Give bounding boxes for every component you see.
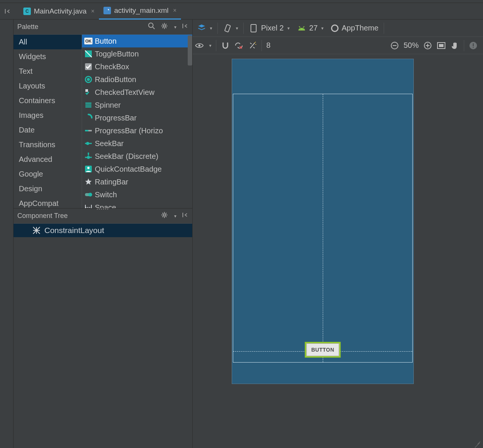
palette-category-google[interactable]: Google [14,167,82,181]
palette-category-appcompat[interactable]: AppCompat [14,196,82,208]
palette-category-text[interactable]: Text [14,64,82,79]
widget-label: Spinner [95,99,121,111]
scrollbar-thumb[interactable] [188,35,192,66]
widget-label: ProgressBar [95,112,137,123]
palette-widget-ratingbar[interactable]: RatingBar [82,175,192,188]
tab-label: MainActivity.java [34,7,87,15]
viewport-bounds: BUTTON [233,94,413,363]
android-icon [297,24,306,33]
zoom-fit-icon[interactable] [437,41,446,50]
palette-widget-togglebutton[interactable]: ToggleButton [82,47,192,60]
palette-widget-switch[interactable]: Switch [82,188,192,201]
tool-window-gutter [0,20,14,448]
palette-widget-spinner[interactable]: Spinner [82,99,192,111]
api-selector[interactable]: 27 ▾ [295,24,326,33]
tab-activity-main-xml[interactable]: activity_main.xml × [99,3,181,20]
palette-category-layouts[interactable]: Layouts [14,79,82,93]
widget-label: QuickContactBadge [95,163,162,175]
magnet-icon[interactable] [221,41,230,50]
collapse-right-icon[interactable] [182,212,188,220]
infer-constraints-icon[interactable] [248,41,257,50]
api-label: 27 [309,24,317,32]
palette-category-advanced[interactable]: Advanced [14,152,82,167]
palette-widget-checkedtextview[interactable]: CheckedTextView [82,86,192,99]
svg-point-9 [87,156,90,159]
svg-point-1 [163,25,166,27]
gear-icon[interactable] [161,22,168,32]
palette-widget-seekbar-discrete-[interactable]: SeekBar (Discrete) [82,150,192,163]
palette-category-date[interactable]: Date [14,123,82,137]
seekbar-d-icon [84,152,93,160]
close-icon[interactable]: × [173,7,176,14]
svg-rect-29 [473,43,474,46]
widget-label: Switch [95,189,117,200]
zoom-out-icon[interactable] [390,41,399,50]
palette-widget-radiobutton[interactable]: RadioButton [82,73,192,86]
svg-point-19 [303,29,304,29]
chevron-down-icon[interactable]: ▾ [209,43,211,48]
design-toolbar-top: ▾ ▾ Pixel 2 ▾ 27 [193,20,483,37]
palette-widget-quickcontactbadge[interactable]: QuickContactBadge [82,163,192,175]
collapse-left-icon[interactable] [2,6,13,17]
gear-dropdown-icon[interactable]: ▾ [174,24,176,30]
tab-main-activity[interactable]: C MainActivity.java × [19,3,99,20]
warnings-icon[interactable] [469,41,478,50]
palette-category-all[interactable]: All [14,35,82,49]
design-surface-icon[interactable] [197,24,206,33]
clear-constraints-icon[interactable] [234,41,243,50]
palette-category-widgets[interactable]: Widgets [14,49,82,64]
palette-widget-progressbar[interactable]: ProgressBar [82,111,192,124]
widget-label: RatingBar [95,176,128,187]
widget-label: SeekBar (Discrete) [95,151,158,162]
view-options-icon[interactable] [195,41,204,50]
palette-category-transitions[interactable]: Transitions [14,137,82,152]
chevron-down-icon[interactable]: ▾ [236,26,238,31]
theme-icon [331,24,339,32]
widget-label: CheckedTextView [95,87,155,98]
svg-point-21 [254,43,255,43]
collapse-right-icon[interactable] [182,23,188,31]
resize-corner-icon[interactable] [473,438,481,446]
palette-widget-button[interactable]: OKButton [82,35,192,47]
chevron-down-icon[interactable]: ▾ [210,26,212,31]
phone-icon [249,24,258,33]
widget-label: Button [95,35,117,47]
widget-button-preview[interactable]: BUTTON [305,342,340,358]
widget-label: SeekBar [95,138,124,149]
svg-point-0 [149,23,153,27]
palette-category-containers[interactable]: Containers [14,93,82,108]
space-icon [84,203,93,208]
palette-category-images[interactable]: Images [14,108,82,123]
zoom-in-icon[interactable] [423,41,432,50]
tree-item-constraintlayout[interactable]: ConstraintLayout [14,224,192,237]
gear-dropdown-icon[interactable]: ▾ [174,213,176,219]
default-margin-value[interactable]: 8 [266,41,270,50]
design-toolbar-bottom: ▾ 8 50% [193,37,483,54]
close-icon[interactable]: × [91,8,94,15]
theme-selector[interactable]: AppTheme [329,24,381,32]
editor-tabs: C MainActivity.java × activity_main.xml … [0,3,483,20]
palette-widget-progressbar-horizo[interactable]: ProgressBar (Horizo [82,124,192,137]
zoom-level[interactable]: 50% [404,41,419,50]
checkedtext-icon [84,88,93,96]
svg-rect-16 [225,24,231,32]
palette-body: AllWidgetsTextLayoutsContainersImagesDat… [14,35,192,209]
palette-category-design[interactable]: Design [14,181,82,196]
resize-grip-icon[interactable]: •••••• [97,207,109,211]
xml-file-icon [103,7,111,14]
device-label: Pixel 2 [261,24,284,32]
svg-point-8 [86,142,89,145]
device-frame: BUTTON [232,59,414,384]
palette-widget-checkbox[interactable]: CheckBox [82,60,192,73]
toggle-icon [84,50,93,58]
design-canvas[interactable]: BUTTON [193,54,483,448]
pan-icon[interactable] [450,41,459,50]
palette-widget-seekbar[interactable]: SeekBar [82,137,192,150]
orientation-icon[interactable] [223,24,232,33]
theme-label: AppTheme [342,24,378,32]
svg-point-15 [163,214,166,216]
gear-icon[interactable] [161,211,168,221]
search-icon[interactable] [148,22,155,32]
device-selector[interactable]: Pixel 2 ▾ [247,24,292,33]
java-file-icon: C [23,8,31,15]
